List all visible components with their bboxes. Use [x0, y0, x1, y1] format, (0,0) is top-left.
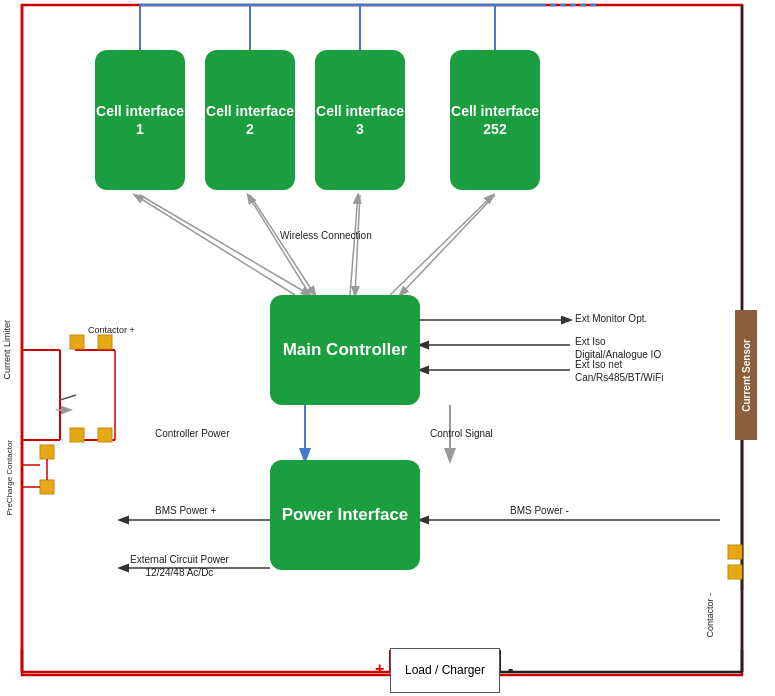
svg-rect-39 [40, 445, 54, 459]
contactor-minus-label: Contactor - [705, 593, 715, 638]
main-controller-block: Main Controller [270, 295, 420, 405]
svg-line-13 [140, 195, 310, 295]
cell-interface-3: Cell interface 3 [315, 50, 405, 190]
svg-line-18 [248, 195, 310, 295]
load-charger-box: Load / Charger [390, 648, 500, 693]
contactor-plus-label: Contactor + [88, 325, 135, 335]
svg-line-44 [60, 395, 76, 400]
svg-rect-37 [98, 335, 112, 349]
external-circuit-label: External Circuit Power12/24/48 Ac/Dc [130, 553, 229, 579]
cell-interface-1: Cell interface 1 [95, 50, 185, 190]
ext-iso-net-label: Ext Iso netCan/Rs485/BT/WiFi [575, 358, 663, 384]
plus-symbol: + [375, 660, 384, 678]
svg-line-17 [135, 195, 295, 295]
minus-symbol: - [508, 660, 513, 678]
svg-rect-36 [70, 428, 84, 442]
svg-rect-48 [728, 565, 742, 579]
wireless-connection-label: Wireless Connection [280, 230, 372, 241]
svg-rect-47 [728, 545, 742, 559]
ext-monitor-label: Ext Monitor Opt. [575, 313, 647, 324]
current-sensor-label: Current Sensor [741, 339, 752, 412]
svg-line-20 [390, 195, 493, 295]
svg-rect-40 [40, 480, 54, 494]
current-limiter-label: Current Limiter [2, 320, 12, 380]
bms-power-plus-label: BMS Power + [155, 505, 216, 516]
current-sensor-block: Current Sensor [735, 310, 757, 440]
cell-interface-2: Cell interface 2 [205, 50, 295, 190]
control-signal-label: Control Signal [430, 428, 493, 439]
svg-rect-38 [98, 428, 112, 442]
cell-interface-252: Cell interface 252 [450, 50, 540, 190]
bms-power-minus-label: BMS Power - [510, 505, 569, 516]
power-interface-block: Power Interface [270, 460, 420, 570]
svg-rect-35 [70, 335, 84, 349]
precharge-contactor-label: PreCharge Contactor [5, 440, 14, 516]
svg-line-15 [355, 195, 360, 295]
controller-power-label: Controller Power [155, 428, 229, 439]
svg-line-14 [250, 195, 315, 295]
svg-line-16 [400, 195, 495, 295]
bms-diagram: Cell interface 1 Cell interface 2 Cell i… [0, 0, 775, 696]
svg-line-19 [350, 195, 358, 295]
